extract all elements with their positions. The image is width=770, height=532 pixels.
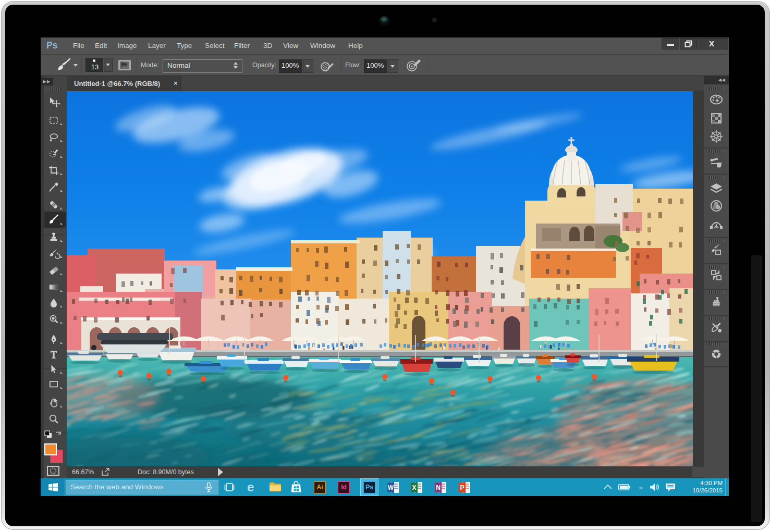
svg-text:P: P <box>460 484 464 491</box>
svg-text:X: X <box>412 484 416 491</box>
svg-text:N: N <box>436 484 441 491</box>
svg-text:W: W <box>388 484 394 491</box>
